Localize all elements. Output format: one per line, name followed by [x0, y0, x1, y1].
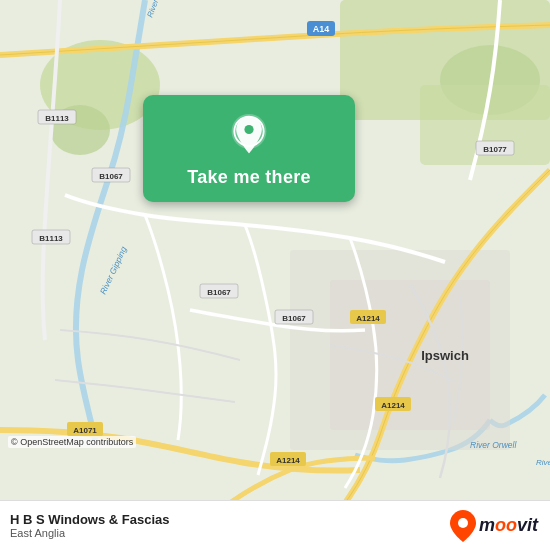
moovit-logo: moovit	[447, 508, 538, 544]
svg-text:B1067: B1067	[99, 172, 123, 181]
svg-text:B1067: B1067	[207, 288, 231, 297]
footer-bar: H B S Windows & Fascias East Anglia moov…	[0, 500, 550, 550]
take-me-there-button[interactable]: Take me there	[143, 95, 355, 202]
location-name: H B S Windows & Fascias	[10, 512, 170, 527]
svg-text:A1214: A1214	[276, 456, 300, 465]
svg-text:A1071: A1071	[73, 426, 97, 435]
svg-point-37	[244, 125, 253, 134]
footer-location-info: H B S Windows & Fascias East Anglia	[10, 512, 170, 539]
svg-text:A1214: A1214	[356, 314, 380, 323]
svg-text:B1113: B1113	[39, 234, 63, 243]
svg-text:River Orwell: River Orwell	[470, 440, 517, 450]
svg-text:A1214: A1214	[381, 401, 405, 410]
location-pin-icon	[227, 113, 271, 157]
moovit-icon	[447, 508, 479, 544]
map-svg: A14 B1113 B1067 B1077 B1067 B1067 A1214 …	[0, 0, 550, 500]
svg-point-38	[458, 518, 468, 528]
svg-text:B1067: B1067	[282, 314, 306, 323]
svg-text:A14: A14	[313, 24, 330, 34]
osm-attribution: © OpenStreetMap contributors	[8, 436, 136, 448]
svg-text:B1113: B1113	[45, 114, 69, 123]
cta-label: Take me there	[187, 167, 311, 188]
svg-text:B1077: B1077	[483, 145, 507, 154]
svg-text:Ipswich: Ipswich	[421, 348, 469, 363]
moovit-text: moovit	[479, 515, 538, 536]
map-container: A14 B1113 B1067 B1077 B1067 B1067 A1214 …	[0, 0, 550, 500]
svg-text:River C: River C	[536, 458, 550, 467]
region-label: East Anglia	[10, 527, 170, 539]
